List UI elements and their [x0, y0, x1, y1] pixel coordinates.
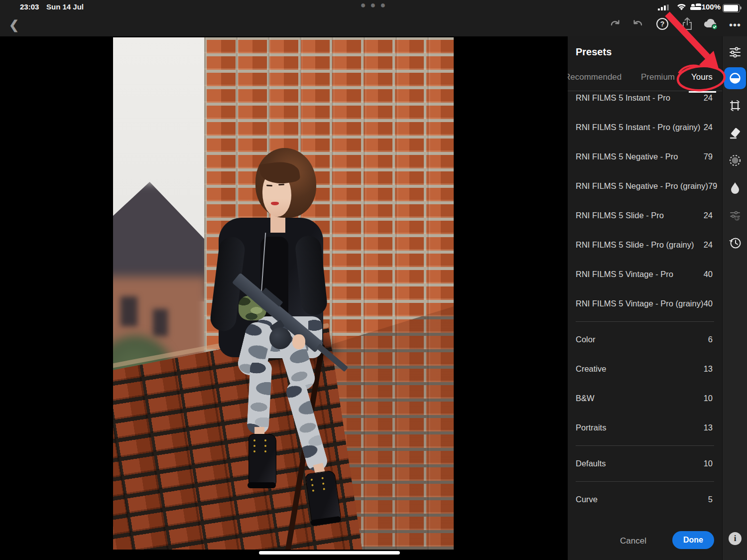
photo-preview — [113, 37, 454, 550]
tool-sidebar: i — [722, 36, 747, 560]
presets-panel: Presets Recommended Premium Yours RNI FI… — [568, 36, 722, 560]
window-handle-dots[interactable]: ● ● ● — [354, 0, 393, 13]
share-icon[interactable] — [679, 17, 695, 33]
preset-row[interactable]: RNI FILMS 5 Slide - Pro (grainy)24 — [568, 230, 722, 260]
preset-group-row[interactable]: Defaults10 — [568, 449, 722, 478]
panel-title: Presets — [576, 46, 612, 58]
tab-yours[interactable]: Yours — [691, 72, 713, 82]
status-date: Sun 14 Jul — [46, 2, 84, 11]
home-indicator[interactable] — [259, 551, 400, 555]
status-accessory-icon — [690, 5, 701, 10]
help-icon[interactable]: ? — [654, 17, 670, 33]
panel-actions: Cancel Done — [568, 527, 722, 560]
preset-row[interactable]: RNI FILMS 5 Vintage - Pro (grainy)40 — [568, 289, 722, 318]
tab-premium[interactable]: Premium — [641, 72, 675, 82]
active-tab-underline — [689, 91, 716, 93]
list-divider — [576, 445, 714, 446]
preset-row[interactable]: RNI FILMS 5 Instant - Pro (grainy)24 — [568, 113, 722, 142]
eye-right — [278, 184, 284, 186]
preset-row[interactable]: RNI FILMS 5 Slide - Pro24 — [568, 201, 722, 230]
list-divider — [576, 321, 714, 322]
presets-icon[interactable] — [724, 67, 746, 89]
healing-icon[interactable] — [724, 122, 746, 144]
lips — [271, 202, 279, 205]
boot-left — [249, 434, 276, 487]
battery-icon — [723, 4, 740, 12]
previous-edits-icon[interactable] — [724, 204, 746, 226]
preset-row[interactable]: RNI FILMS 5 Vintage - Pro40 — [568, 260, 722, 289]
svg-text:?: ? — [660, 20, 665, 28]
rifle-drum-magazine — [269, 327, 291, 349]
done-button[interactable]: Done — [672, 531, 714, 549]
masking-icon[interactable] — [724, 149, 746, 171]
cellular-signal-icon — [658, 4, 671, 10]
preset-group-row[interactable]: Creative13 — [568, 354, 722, 384]
redo-icon[interactable] — [607, 17, 622, 33]
preset-row[interactable]: RNI FILMS 5 Negative - Pro79 — [568, 142, 722, 171]
hand — [292, 334, 305, 349]
preset-group-row[interactable]: Portraits13 — [568, 413, 722, 442]
versions-icon[interactable] — [724, 232, 746, 254]
status-time: 23:03 — [20, 2, 39, 11]
undo-icon[interactable] — [630, 17, 646, 33]
top-bar: 23:03 Sun 14 Jul 100% ❮ ● ● ● ? ••• — [0, 0, 747, 36]
preset-group-row[interactable]: Curve5 — [568, 485, 722, 514]
preset-row[interactable]: RNI FILMS 5 Negative - Pro (grainy)79 — [568, 171, 722, 201]
adjustments-icon[interactable] — [724, 41, 746, 63]
edit-canvas — [0, 36, 568, 560]
back-button[interactable]: ❮ — [6, 17, 22, 33]
crop-icon[interactable] — [724, 95, 746, 117]
more-options-icon[interactable]: ••• — [727, 17, 743, 33]
preset-group-row[interactable]: B&W10 — [568, 384, 722, 413]
preset-row[interactable]: RNI FILMS 5 Instant - Pro24 — [568, 83, 722, 113]
cancel-button[interactable]: Cancel — [620, 536, 646, 546]
camo-pants-left-shin — [247, 359, 272, 434]
tab-recommended[interactable]: Recommended — [568, 72, 622, 82]
blurred-window — [121, 296, 137, 326]
cloud-synced-icon[interactable] — [702, 17, 718, 33]
list-divider — [576, 481, 714, 482]
presets-list: RNI FILMS 5 Instant - Pro24 RNI FILMS 5 … — [568, 83, 722, 532]
lens-blur-icon[interactable] — [724, 177, 746, 199]
battery-percent: 100% — [702, 2, 721, 11]
preset-group-row[interactable]: Color6 — [568, 325, 722, 354]
wifi-icon — [677, 3, 686, 12]
lightroom-app: 23:03 Sun 14 Jul 100% ❮ ● ● ● ? ••• — [0, 0, 747, 560]
info-icon[interactable]: i — [729, 532, 742, 545]
